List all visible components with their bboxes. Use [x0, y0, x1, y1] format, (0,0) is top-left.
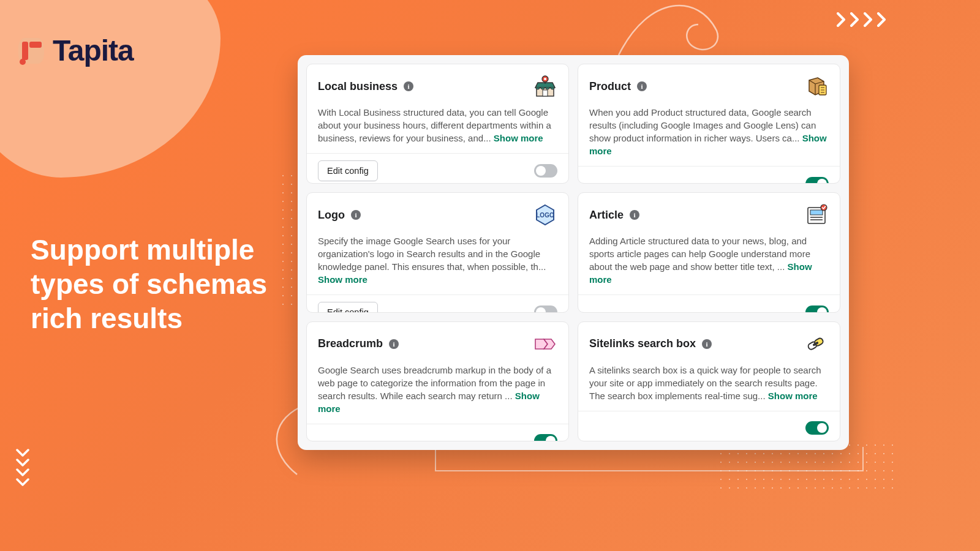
- brand-logo-mark: [18, 38, 44, 64]
- card-description: When you add Product structured data, Go…: [578, 103, 840, 166]
- card-breadcrumb: Breadcrumb i Google Search uses breadcru…: [306, 321, 569, 441]
- page-headline: Support multiple types of schemas rich r…: [31, 233, 288, 335]
- card-title: Sitelinks search box: [589, 337, 696, 350]
- card-description: Specify the image Google Search uses for…: [307, 232, 568, 294]
- decorative-swirl: [612, 0, 723, 61]
- card-product: Product i When you add Product structure…: [578, 64, 840, 184]
- card-description: With Local Business structured data, you…: [307, 103, 568, 153]
- toggle-switch[interactable]: [805, 305, 829, 313]
- show-more-link[interactable]: Show more: [318, 274, 368, 285]
- product-icon: [804, 74, 829, 99]
- stage: Tapita Support multiple types of schemas…: [0, 0, 980, 551]
- show-more-link[interactable]: Show more: [494, 133, 543, 143]
- logo-icon: [533, 203, 557, 227]
- info-icon[interactable]: i: [637, 81, 647, 91]
- toggle-switch[interactable]: [534, 164, 557, 178]
- decorative-frame: [435, 447, 864, 471]
- card-title: Article: [589, 209, 624, 222]
- card-title: Local business: [318, 80, 398, 93]
- chevron-down-icon: [16, 468, 29, 477]
- info-icon[interactable]: i: [630, 210, 639, 220]
- chevron-right-icon: [837, 12, 848, 27]
- toggle-switch[interactable]: [534, 434, 557, 441]
- info-icon[interactable]: i: [702, 339, 712, 349]
- chevron-right-icon: [864, 12, 875, 27]
- card-description: Google Search uses breadcrumb markup in …: [307, 361, 568, 424]
- info-icon[interactable]: i: [404, 81, 413, 91]
- toggle-switch[interactable]: [534, 305, 557, 313]
- info-icon[interactable]: i: [389, 339, 399, 349]
- chevron-down-icon: [16, 459, 29, 467]
- card-title: Breadcrumb: [318, 337, 383, 350]
- schema-panel: Local business i With Local Business str…: [298, 55, 849, 450]
- chain-link-icon: [804, 332, 829, 356]
- brand-name: Tapita: [53, 34, 134, 67]
- edit-config-button[interactable]: Edit config: [318, 160, 378, 181]
- local-business-icon: [533, 74, 557, 99]
- card-article: Article i Adding Article structured data…: [578, 192, 840, 312]
- show-more-link[interactable]: Show more: [768, 391, 818, 401]
- breadcrumb-icon: [533, 332, 557, 356]
- decorative-chevrons-down: [16, 449, 29, 487]
- article-icon: [804, 203, 829, 227]
- toggle-switch[interactable]: [805, 177, 829, 184]
- card-logo: Logo i Specify the image Google Search u…: [306, 192, 569, 312]
- card-sitelinks-search-box: Sitelinks search box i A sitelinks searc…: [578, 321, 840, 441]
- decorative-blob: [0, 0, 221, 178]
- chevron-down-icon: [16, 478, 29, 487]
- info-icon[interactable]: i: [351, 210, 361, 220]
- chevron-right-icon: [877, 12, 888, 27]
- card-local-business: Local business i With Local Business str…: [306, 64, 569, 184]
- card-title: Product: [589, 80, 631, 93]
- card-description: Adding Article structured data to your n…: [578, 232, 840, 294]
- chevron-down-icon: [16, 449, 29, 457]
- chevron-right-icon: [850, 12, 861, 27]
- decorative-chevrons-right: [837, 12, 888, 27]
- card-title: Logo: [318, 209, 345, 222]
- edit-config-button[interactable]: Edit config: [318, 302, 378, 313]
- toggle-switch[interactable]: [805, 421, 829, 435]
- card-description: A sitelinks search box is a quick way fo…: [578, 361, 840, 411]
- brand-logo: Tapita: [18, 34, 134, 67]
